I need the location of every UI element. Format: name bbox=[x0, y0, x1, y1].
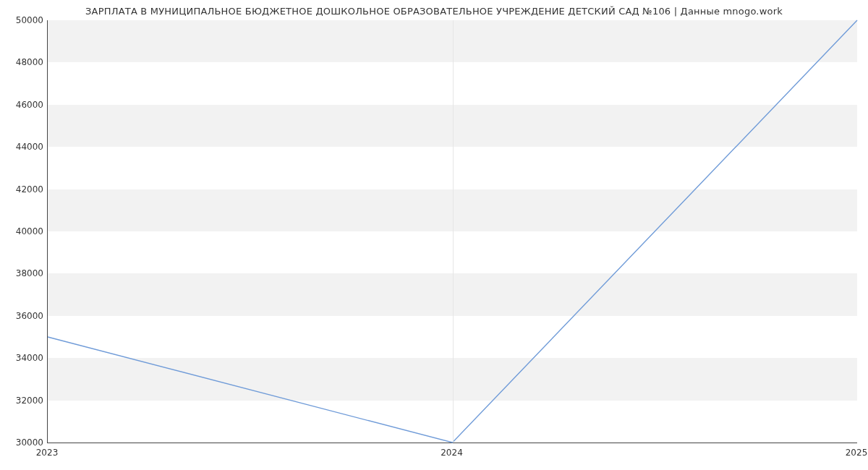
y-tick-label: 30000 bbox=[4, 438, 43, 447]
plot-area bbox=[47, 20, 857, 443]
chart-container: ЗАРПЛАТА В МУНИЦИПАЛЬНОЕ БЮДЖЕТНОЕ ДОШКО… bbox=[0, 0, 868, 470]
x-gridline bbox=[453, 20, 454, 443]
x-tick-label: 2025 bbox=[846, 448, 868, 457]
y-tick-label: 34000 bbox=[4, 354, 43, 362]
y-tick-label: 50000 bbox=[4, 16, 43, 25]
x-tick-label: 2024 bbox=[441, 448, 463, 457]
y-tick-label: 36000 bbox=[4, 312, 43, 320]
chart-title: ЗАРПЛАТА В МУНИЦИПАЛЬНОЕ БЮДЖЕТНОЕ ДОШКО… bbox=[0, 6, 868, 17]
y-tick-label: 48000 bbox=[4, 58, 43, 67]
y-tick-label: 44000 bbox=[4, 142, 43, 151]
y-tick-label: 46000 bbox=[4, 101, 43, 109]
y-tick-label: 42000 bbox=[4, 185, 43, 194]
y-tick-label: 38000 bbox=[4, 269, 43, 278]
x-tick-label: 2023 bbox=[36, 448, 59, 457]
y-tick-label: 32000 bbox=[4, 396, 43, 405]
y-tick-label: 40000 bbox=[4, 227, 43, 236]
